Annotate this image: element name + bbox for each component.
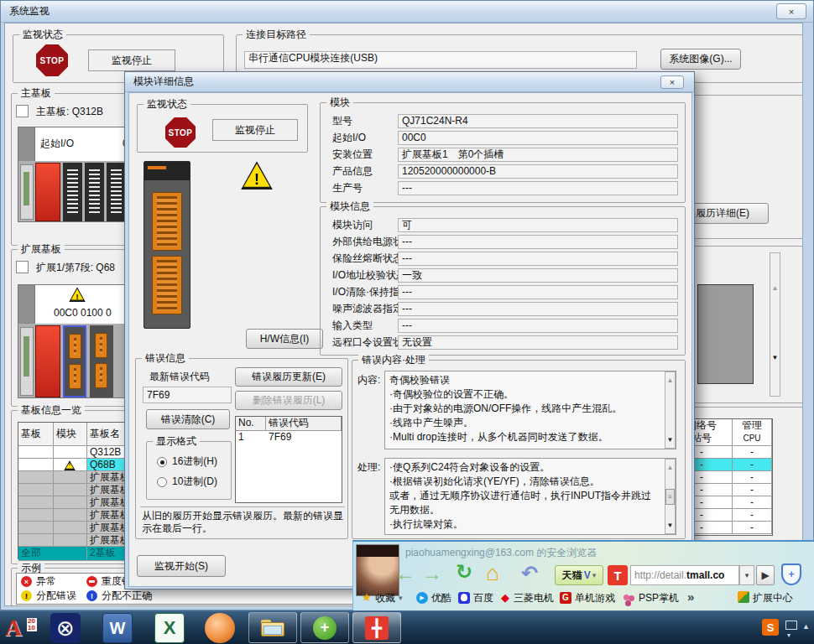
gx-works-taskbar-button[interactable]: ╋ — [352, 612, 401, 643]
youku-icon[interactable]: ▶ — [416, 592, 428, 604]
module-group: 模块 型号 QJ71C24N-R4 起始I/O 00C0 安装位置 扩展基板1 … — [320, 102, 686, 203]
module-info-group: 模块信息 模块访问 可 外部供给电源状态 --- 保险丝熔断状态 --- I/O… — [320, 206, 686, 356]
show-hidden-icons[interactable]: ▲ — [802, 623, 810, 631]
history-row[interactable]: 1 7F69 — [236, 431, 342, 444]
folder-icon — [261, 620, 284, 636]
word-icon[interactable]: W — [102, 613, 133, 643]
screen: 系统监视 × 监视状态 STOP 监视停止 连接目标路径 串行通信CPU模块连接… — [0, 0, 814, 644]
history-col-code: 错误代码 — [266, 417, 342, 430]
io-module — [63, 163, 82, 221]
field-value: --- — [398, 235, 678, 249]
field-value: QJ71C24N-R4 — [398, 114, 678, 128]
bookmark-youku[interactable]: 优酷 — [431, 592, 451, 605]
mitsubishi-icon[interactable]: ◆ — [501, 592, 509, 603]
baidu-icon[interactable] — [458, 592, 470, 604]
error-content-box[interactable]: 奇偶校验错误 ·奇偶校验位的设置不正确。 ·由于对象站的电源ON/OFF操作，线… — [384, 371, 676, 449]
excel-icon[interactable]: X — [154, 613, 185, 643]
field-label: 生产号 — [332, 182, 363, 195]
field-value: 扩展基板1 第0个插槽 — [398, 148, 678, 162]
forward-icon[interactable]: → — [422, 564, 442, 584]
extension-center-icon[interactable] — [738, 591, 749, 603]
media-player-icon[interactable] — [205, 613, 235, 643]
gx-works-icon: ╋ — [365, 616, 389, 640]
bookmark-favorites[interactable]: 收藏 — [375, 592, 395, 605]
error-action-box[interactable]: ·使Q系列C24符合对象设备的设置。 ·根据错误初始化请求(YE/YF)，清除错… — [384, 458, 676, 535]
right-scrollbar[interactable]: ▲ ▼ — [770, 252, 780, 397]
system-image-button[interactable]: 系统图像(G)... — [660, 49, 741, 70]
hw-info-button[interactable]: H/W信息(I) — [246, 329, 323, 349]
field-label: 保险丝熔断状态 — [332, 252, 403, 265]
clear-error-button[interactable]: 错误清除(C) — [146, 409, 230, 429]
monitor-state-box: 监视停止 — [88, 49, 175, 71]
delete-error-history-button[interactable]: 删除错误履历(L) — [235, 391, 342, 410]
hex-radio-label: 16进制(H) — [172, 455, 217, 468]
games-icon[interactable]: G — [560, 592, 571, 604]
security-shield-icon[interactable]: + — [781, 564, 801, 585]
bookmark-extension-center[interactable]: 扩展中心 — [753, 592, 793, 605]
selected-comm-module[interactable] — [63, 325, 86, 397]
field-value: 无设置 — [398, 335, 678, 350]
module-preview-box — [697, 284, 754, 384]
autocad-icon[interactable]: A 2010 — [5, 615, 42, 641]
undo-icon[interactable]: ↶ — [521, 564, 538, 584]
window-switch-icon[interactable] — [785, 621, 797, 630]
bookmark-mitsubishi[interactable]: 三菱电机 — [514, 592, 554, 605]
browser-title: piaohuamengxing@163.com 的安全浏览器 — [405, 547, 597, 559]
scroll-down-icon: ▼ — [667, 433, 674, 447]
dec-radio[interactable] — [157, 477, 167, 487]
field-value: 一致 — [398, 268, 678, 283]
chevron-down-icon: ▾ — [592, 571, 597, 579]
field-label: 安装位置 — [332, 148, 373, 161]
field-value: --- — [398, 319, 678, 333]
content-scrollbar[interactable]: ▲ ▼ — [665, 371, 676, 449]
error-icon: × — [21, 576, 32, 587]
window-close-button[interactable]: × — [776, 3, 806, 19]
scroll-up-icon[interactable]: ▲ — [772, 284, 779, 292]
field-value: --- — [398, 252, 678, 266]
chevron-down-icon[interactable]: ▾ — [787, 632, 791, 639]
psp-icon[interactable] — [624, 595, 629, 600]
legend-error-text: 异常 — [36, 575, 56, 588]
favorites-star-icon[interactable]: ★ — [362, 592, 372, 603]
search-engine-selector[interactable]: 天猫 T V ▾ — [555, 565, 603, 585]
cad-tool-icon[interactable]: ⊗ — [50, 613, 81, 643]
refresh-icon[interactable]: ↻ — [456, 562, 472, 582]
action-scrollbar[interactable]: ▲ ≡ ▼ — [665, 459, 676, 534]
address-bar[interactable]: http://detail.tmall.co — [630, 565, 739, 585]
field-label: I/O地址校验状态 — [332, 269, 406, 282]
monitor-start-button[interactable]: 监视开始(S) — [137, 555, 226, 577]
back-icon[interactable]: ← — [395, 564, 415, 584]
sogou-input-icon[interactable]: S — [762, 619, 779, 636]
col-header: 模块 — [54, 423, 87, 445]
dialog-close-button[interactable]: × — [660, 75, 684, 89]
error-history-table[interactable]: No. 错误代码 1 7F69 — [235, 416, 342, 503]
bookmark-psp[interactable]: PSP掌机 — [639, 592, 679, 605]
tmall-favicon: T — [608, 565, 628, 585]
hex-radio[interactable] — [157, 457, 167, 467]
content-label: 内容: — [357, 374, 380, 387]
scroll-down-icon[interactable]: ▼ — [772, 354, 779, 361]
ext-base-label: 扩展基板 — [18, 243, 65, 255]
bookmark-games[interactable]: 单机游戏 — [575, 592, 615, 605]
home-icon[interactable]: ⌂ — [486, 562, 499, 584]
ext-base-checkbox[interactable] — [16, 261, 29, 273]
dialog-monitor-state-box: 监视停止 — [212, 119, 298, 141]
comm-module[interactable] — [90, 325, 113, 397]
chevron-down-icon[interactable]: ▾ — [399, 595, 403, 602]
go-button[interactable]: ▶ — [756, 565, 775, 585]
module-led-strip — [148, 166, 166, 169]
bookmark-baidu[interactable]: 百度 — [473, 592, 493, 605]
connection-path-field[interactable]: 串行通信CPU模块连接(USB) — [244, 51, 637, 69]
error-history-note: 从旧的履历开始显示错误履历。最新的错误显示在最后一行。 — [140, 506, 345, 537]
explorer-taskbar-button[interactable] — [248, 612, 297, 643]
more-bookmarks-icon[interactable]: » — [687, 590, 694, 603]
main-base-checkbox[interactable] — [16, 105, 29, 117]
main-base-label: 主基板 — [18, 87, 55, 99]
display-format-label: 显示格式 — [153, 435, 200, 447]
io-label: 起始I/O — [40, 138, 74, 150]
360-safety-taskbar-button[interactable]: + — [300, 612, 349, 643]
address-dropdown-button[interactable]: ▾ — [739, 565, 754, 585]
field-label: 起始I/O — [332, 132, 366, 144]
slot-card — [23, 172, 29, 205]
update-error-history-button[interactable]: 错误履历更新(E) — [235, 367, 342, 387]
